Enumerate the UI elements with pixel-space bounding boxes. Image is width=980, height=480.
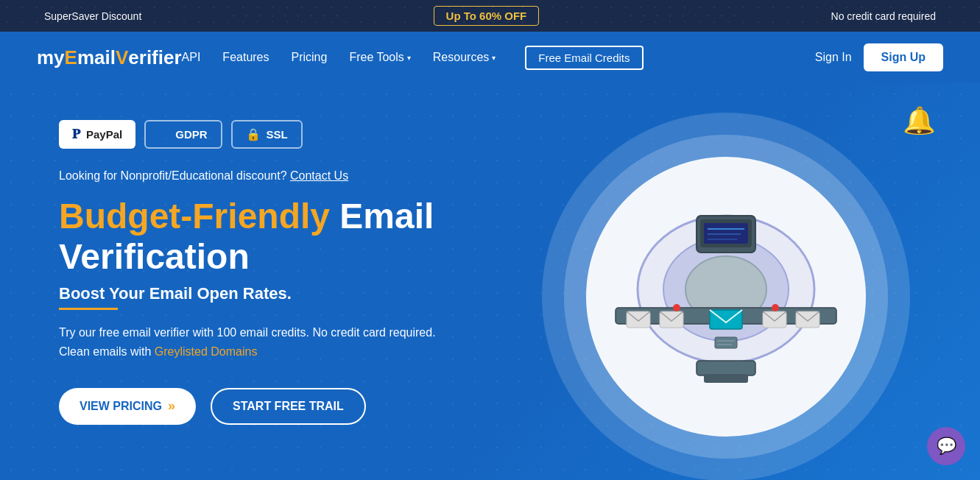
svg-point-16 xyxy=(772,304,779,311)
chat-icon: 💬 xyxy=(937,437,956,456)
banner-right-text: No credit card required xyxy=(831,10,936,22)
bell-icon: 🔔 xyxy=(903,105,936,136)
gdpr-label: GDPR xyxy=(175,128,207,141)
svg-rect-18 xyxy=(704,374,748,383)
hero-description: Try our free email verifier with 100 ema… xyxy=(59,323,456,361)
paypal-label: PayPal xyxy=(86,128,122,141)
discount-badge: Up To 60% OFF xyxy=(434,6,540,26)
hero-buttons: VIEW PRICING » START FREE TRAIL xyxy=(59,388,515,425)
hero-section: 𝐏 PayPal ⚙ GDPR 🔒 SSL Looking for Nonpro… xyxy=(0,83,980,480)
banner-dots-left: · · · · · · · · · xyxy=(233,12,342,20)
banner-left-text: SuperSaver Discount xyxy=(44,10,141,22)
logo-mail: mail xyxy=(77,46,116,69)
signup-button[interactable]: Sign Up xyxy=(864,43,943,71)
chat-bubble[interactable]: 💬 xyxy=(927,427,965,465)
nav-api[interactable]: API xyxy=(182,51,201,64)
hero-underline xyxy=(59,308,118,310)
navbar: myEmailVerifier API Features Pricing Fre… xyxy=(0,32,980,83)
nav-links: API Features Pricing Free Tools ▾ Resour… xyxy=(182,46,815,70)
greylisted-link[interactable]: Greylisted Domains xyxy=(155,345,258,358)
gdpr-icon: ⚙ xyxy=(159,127,169,141)
start-free-trail-button[interactable]: START FREE TRAIL xyxy=(211,388,366,425)
hero-circle-outer xyxy=(542,113,910,480)
nav-resources[interactable]: Resources ▾ xyxy=(433,51,496,64)
ssl-badge: 🔒 SSL xyxy=(231,120,303,149)
svg-rect-5 xyxy=(704,223,748,244)
svg-rect-19 xyxy=(715,337,737,348)
svg-point-15 xyxy=(673,304,680,311)
svg-rect-17 xyxy=(697,361,755,375)
ssl-icon: 🔒 xyxy=(246,127,261,141)
banner-dots-right: · · · · · · · · · xyxy=(630,12,740,20)
hero-circle-middle xyxy=(564,135,888,459)
mri-illustration xyxy=(601,194,851,400)
gdpr-badge: ⚙ GDPR xyxy=(144,120,222,149)
nav-pricing[interactable]: Pricing xyxy=(292,51,328,64)
nav-right: Sign In Sign Up xyxy=(815,43,943,71)
nav-features[interactable]: Features xyxy=(222,51,269,64)
logo-email: E xyxy=(65,46,77,69)
logo-my: my xyxy=(37,46,65,69)
logo-erifier: erifier xyxy=(128,46,181,69)
hero-left: 𝐏 PayPal ⚙ GDPR 🔒 SSL Looking for Nonpro… xyxy=(59,113,515,425)
ssl-label: SSL xyxy=(267,128,288,141)
hero-heading-orange: Budget-Friendly xyxy=(59,197,330,236)
hero-subheading: Boost Your Email Open Rates. xyxy=(59,284,515,303)
paypal-icon: 𝐏 xyxy=(72,127,80,142)
signin-link[interactable]: Sign In xyxy=(815,51,852,64)
badge-row: 𝐏 PayPal ⚙ GDPR 🔒 SSL xyxy=(59,120,515,149)
logo[interactable]: myEmailVerifier xyxy=(37,46,182,69)
view-pricing-button[interactable]: VIEW PRICING » xyxy=(59,388,196,425)
pricing-arrows-icon: » xyxy=(168,398,175,414)
free-tools-dropdown-arrow: ▾ xyxy=(407,54,411,62)
hero-circle-inner xyxy=(586,157,866,437)
resources-dropdown-arrow: ▾ xyxy=(492,54,496,62)
nav-free-email-credits-button[interactable]: Free Email Credits xyxy=(525,46,643,70)
nonprofit-text: Looking for Nonprofit/Educational discou… xyxy=(59,169,515,183)
contact-us-link[interactable]: Contact Us xyxy=(290,169,348,182)
nav-free-tools[interactable]: Free Tools ▾ xyxy=(349,51,410,64)
top-banner: SuperSaver Discount · · · · · · · · · Up… xyxy=(0,0,980,32)
logo-v: V xyxy=(116,46,128,69)
paypal-badge: 𝐏 PayPal xyxy=(59,120,135,149)
hero-right xyxy=(515,113,936,480)
hero-heading: Budget-Friendly Email Verification xyxy=(59,196,515,277)
